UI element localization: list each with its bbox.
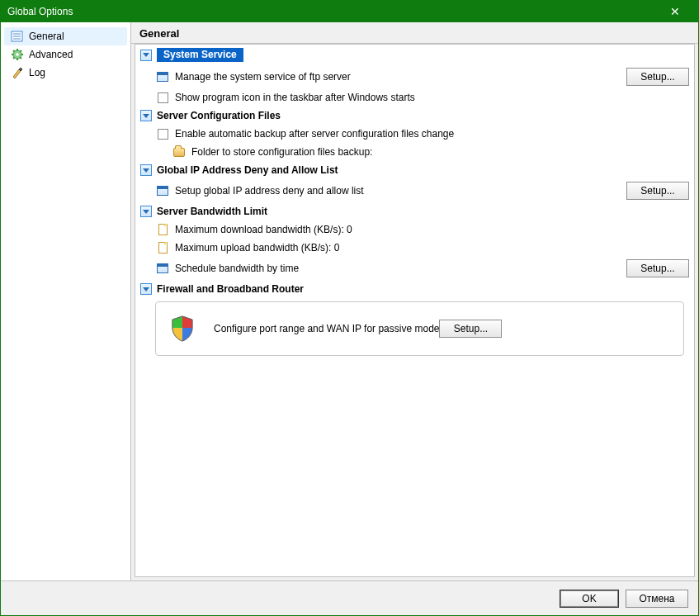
sidebar: General Advanced Log [1, 22, 131, 580]
svg-line-12 [13, 58, 15, 59]
section-title: Firewall and Broadband Router [157, 283, 304, 295]
row-max-download: Maximum download bandwidth (KB/s): 0 [135, 220, 694, 239]
sidebar-item-label: Advanced [29, 49, 73, 60]
checkbox-icon[interactable] [155, 127, 170, 140]
sidebar-item-label: Log [29, 67, 45, 78]
row-max-upload: Maximum upload bandwidth (KB/s): 0 [135, 239, 694, 257]
row-manage-service: Manage the system service of ftp server … [135, 65, 694, 88]
page-title: General [131, 22, 698, 44]
folder-icon [172, 145, 187, 159]
row-show-icon[interactable]: Show program icon in the taskbar after W… [135, 88, 694, 107]
collapse-icon[interactable] [140, 206, 152, 217]
row-schedule-bandwidth: Schedule bandwidth by time Setup... [135, 257, 694, 280]
close-icon[interactable]: ✕ [659, 5, 692, 18]
svg-line-13 [21, 50, 22, 52]
row-label: Schedule bandwidth by time [175, 263, 626, 274]
sidebar-item-log[interactable]: Log [4, 64, 127, 82]
section-title: Server Bandwidth Limit [157, 206, 267, 217]
row-backup-folder: Folder to store configuration files back… [135, 143, 694, 161]
body: General Advanced Log General [1, 22, 698, 580]
pen-icon [9, 65, 26, 80]
footer: OK Отмена [1, 580, 698, 615]
list-icon [9, 29, 26, 44]
page-icon [155, 223, 170, 236]
global-options-window: Global Options ✕ General Advanced Log [0, 0, 699, 616]
setup-button[interactable]: Setup... [626, 68, 689, 86]
setup-button[interactable]: Setup... [626, 259, 689, 277]
page-icon [155, 241, 170, 254]
section-title: Global IP Address Deny and Allow List [157, 164, 338, 176]
row-label: Maximum download bandwidth (KB/s): 0 [175, 224, 689, 235]
app-icon [155, 70, 170, 83]
checkbox-icon[interactable] [155, 91, 170, 104]
shield-icon [166, 312, 199, 345]
svg-point-5 [16, 53, 19, 56]
ok-button[interactable]: OK [560, 590, 619, 608]
section-title: System Service [157, 48, 243, 62]
row-ip-setup: Setup global IP address deny and allow l… [135, 179, 694, 202]
firewall-panel: Configure port range and WAN IP for pass… [155, 301, 684, 356]
main: General System Service Manage the system… [131, 22, 698, 580]
section-bandwidth[interactable]: Server Bandwidth Limit [135, 202, 694, 220]
row-label: Folder to store configuration files back… [191, 146, 689, 158]
content: System Service Manage the system service… [135, 44, 695, 577]
gear-icon [9, 47, 26, 62]
titlebar: Global Options ✕ [1, 1, 698, 22]
cancel-button[interactable]: Отмена [626, 590, 688, 608]
section-firewall[interactable]: Firewall and Broadband Router [135, 280, 694, 298]
section-system-service[interactable]: System Service [135, 45, 694, 65]
sidebar-item-advanced[interactable]: Advanced [4, 45, 127, 64]
svg-line-11 [21, 58, 22, 59]
sidebar-item-general[interactable]: General [4, 27, 127, 45]
window-title: Global Options [7, 6, 73, 17]
row-label: Maximum upload bandwidth (KB/s): 0 [175, 242, 689, 254]
row-label: Manage the system service of ftp server [175, 71, 626, 83]
svg-line-10 [13, 50, 15, 52]
section-config-files[interactable]: Server Configuration Files [135, 107, 694, 125]
app-icon [155, 262, 170, 275]
collapse-icon[interactable] [140, 50, 152, 61]
collapse-icon[interactable] [140, 164, 152, 176]
row-label: Show program icon in the taskbar after W… [175, 92, 689, 103]
firewall-desc: Configure port range and WAN IP for pass… [214, 323, 439, 334]
collapse-icon[interactable] [140, 283, 152, 295]
section-title: Server Configuration Files [157, 110, 281, 121]
row-label: Setup global IP address deny and allow l… [175, 185, 626, 197]
section-ip-list[interactable]: Global IP Address Deny and Allow List [135, 161, 694, 179]
sidebar-item-label: General [29, 31, 64, 42]
collapse-icon[interactable] [140, 110, 152, 121]
setup-button[interactable]: Setup... [626, 182, 689, 200]
row-label: Enable automatic backup after server con… [175, 128, 689, 140]
setup-button[interactable]: Setup... [439, 320, 502, 338]
app-icon [155, 184, 170, 197]
row-auto-backup[interactable]: Enable automatic backup after server con… [135, 125, 694, 143]
